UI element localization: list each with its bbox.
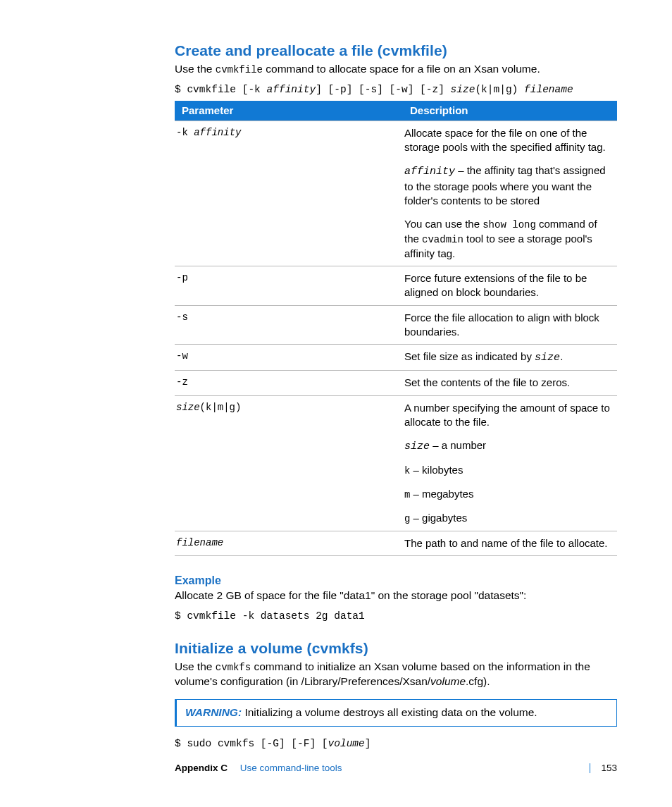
section-heading-cvmkfile: Create and preallocate a file (cvmkfile) xyxy=(175,42,617,59)
cmd-arg: filename xyxy=(524,84,573,95)
param-cell: -p xyxy=(175,266,403,306)
example-heading: Example xyxy=(175,574,617,587)
text: – kilobytes xyxy=(410,464,463,476)
desc-cell: affinity – the affinity tag that's assig… xyxy=(403,159,617,213)
text: .cfg). xyxy=(466,675,490,687)
page-footer: Appendix C Use command-line tools 153 xyxy=(175,763,617,773)
example-command: $ cvmkfile -k datasets 2g data1 xyxy=(175,610,617,622)
desc-cell: You can use the show long command of the… xyxy=(403,213,617,266)
text: (k|m|g) xyxy=(200,402,242,413)
cmd-arg: size xyxy=(451,84,475,95)
command-line-cvmkfile: $ cvmkfile [-k affinity] [-p] [-s] [-w] … xyxy=(175,84,617,95)
param-cell: -s xyxy=(175,305,403,345)
inline-code: cvmkfile xyxy=(216,64,263,75)
desc-cell: k – kilobytes xyxy=(403,459,617,483)
inline-code: show long xyxy=(483,219,536,230)
table-row: -s Force the file allocation to align wi… xyxy=(175,305,617,345)
table-row: -p Force future extensions of the file t… xyxy=(175,266,617,306)
inline-code: size xyxy=(404,441,430,452)
desc-cell: A number specifying the amount of space … xyxy=(403,395,617,434)
param-cell: -w xyxy=(175,345,403,371)
cmd-text: $ cvmkfile [-k xyxy=(175,84,267,95)
appendix-label: Appendix C xyxy=(175,763,228,773)
desc-cell: Set file size as indicated by size. xyxy=(403,345,617,371)
table-row: filename The path to and name of the fil… xyxy=(175,531,617,556)
page-number: 153 xyxy=(601,763,617,773)
inline-code: size xyxy=(535,352,560,364)
param-cell: -z xyxy=(175,371,403,395)
table-row: affinity – the affinity tag that's assig… xyxy=(175,159,617,213)
desc-cell: g – gigabytes xyxy=(403,507,617,531)
text: Use the xyxy=(175,660,216,672)
warning-label: WARNING: xyxy=(185,706,244,718)
cmd-text: (k|m|g) xyxy=(475,84,524,95)
text: . xyxy=(560,350,563,362)
cmd-text: ] xyxy=(365,738,371,749)
table-row: -z Set the contents of the file to zeros… xyxy=(175,371,617,395)
th-description: Description xyxy=(403,101,617,121)
config-volume: volume xyxy=(430,675,466,687)
section2-intro: Use the cvmkfs command to initialize an … xyxy=(175,660,617,689)
param-cell: -k affinity xyxy=(175,121,403,159)
param-arg: affinity xyxy=(194,127,241,138)
table-row: You can use the show long command of the… xyxy=(175,213,617,266)
text: – megabytes xyxy=(410,488,473,500)
section1-intro: Use the cvmkfile command to allocate spa… xyxy=(175,62,617,77)
table-row: -w Set file size as indicated by size. xyxy=(175,345,617,371)
cmd-arg: affinity xyxy=(267,84,316,95)
section-heading-cvmkfs: Initialize a volume (cvmkfs) xyxy=(175,640,617,657)
example-text: Allocate 2 GB of space for the file "dat… xyxy=(175,589,617,603)
table-row: -k affinity Allocate space for the file … xyxy=(175,121,617,159)
command-line-cvmkfs: $ sudo cvmkfs [-G] [-F] [volume] xyxy=(175,738,617,749)
inline-code: affinity xyxy=(404,166,455,178)
desc-cell: Force future extensions of the file to b… xyxy=(403,266,617,306)
footer-divider xyxy=(590,763,590,773)
text: -k xyxy=(176,127,194,138)
table-row: k – kilobytes xyxy=(175,459,617,483)
inline-code: cvadmin xyxy=(422,234,463,245)
th-parameter: Parameter xyxy=(175,101,403,121)
text: – gigabytes xyxy=(410,512,467,524)
cmd-text: $ sudo cvmkfs [-G] [-F] [ xyxy=(175,738,328,749)
desc-cell: m – megabytes xyxy=(403,483,617,507)
warning-text: Initializing a volume destroys all exist… xyxy=(244,706,537,718)
param-arg: size xyxy=(176,402,200,413)
desc-cell: Allocate space for the file on one of th… xyxy=(403,121,617,159)
table-row: g – gigabytes xyxy=(175,507,617,531)
desc-cell: Force the file allocation to align with … xyxy=(403,305,617,345)
param-cell: filename xyxy=(175,531,403,556)
footer-left: Appendix C Use command-line tools xyxy=(175,763,342,773)
desc-cell: size – a number xyxy=(403,434,617,459)
text: command to allocate space for a file on … xyxy=(263,63,540,75)
param-cell: size(k|m|g) xyxy=(175,395,403,434)
table-row: m – megabytes xyxy=(175,483,617,507)
table-row: size – a number xyxy=(175,434,617,459)
text: Use the xyxy=(175,63,216,75)
desc-cell: Set the contents of the file to zeros. xyxy=(403,371,617,395)
footer-right: 153 xyxy=(578,763,617,773)
text: – a number xyxy=(430,439,486,451)
warning-box: WARNING: Initializing a volume destroys … xyxy=(175,699,617,727)
parameter-table: Parameter Description -k affinity Alloca… xyxy=(175,101,617,556)
text: Set file size as indicated by xyxy=(404,350,535,362)
desc-cell: The path to and name of the file to allo… xyxy=(403,531,617,556)
param-arg: filename xyxy=(176,537,223,548)
table-row: size(k|m|g) A number specifying the amou… xyxy=(175,395,617,434)
cmd-arg: volume xyxy=(328,738,365,749)
chapter-title: Use command-line tools xyxy=(240,763,342,773)
text: You can use the xyxy=(404,218,483,230)
cmd-text: ] [-p] [-s] [-w] [-z] xyxy=(316,84,450,95)
inline-code: cvmkfs xyxy=(216,662,251,673)
